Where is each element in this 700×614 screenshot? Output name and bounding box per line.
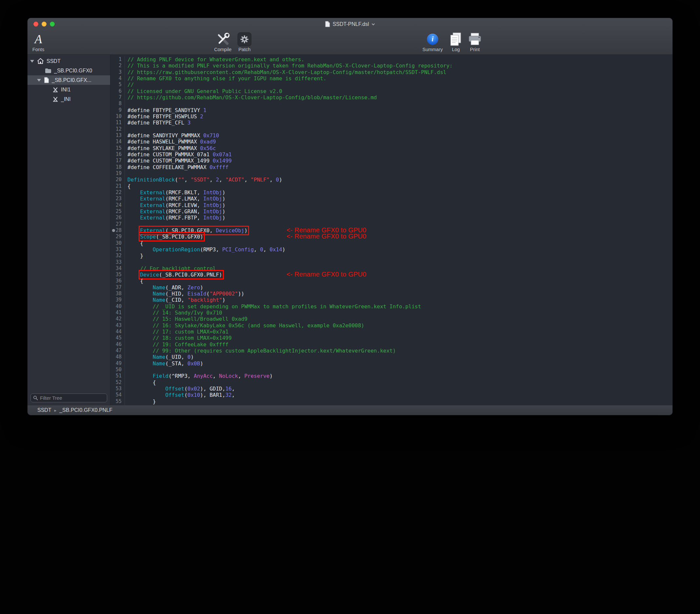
titlebar[interactable]: SSDT-PNLF.dsl — [27, 18, 673, 30]
code-text: Device(_SB.PCI0.GFX0.PNLF) — [125, 272, 222, 278]
code-line[interactable]: 43 // 16: Skylake/KabyLake 0x56c (and so… — [110, 322, 673, 329]
code-line[interactable]: 53 Offset(0x02), GDID,16, — [110, 386, 673, 392]
code-line[interactable]: 56 — [110, 405, 673, 405]
status-path-root[interactable]: SSDT — [37, 407, 51, 413]
code-line[interactable]: 31 OperationRegion(RMP3, PCI_Config, 0, … — [110, 246, 673, 253]
code-editor[interactable]: 1// Adding PNLF device for WhateverGreen… — [110, 55, 673, 405]
minimize-button[interactable] — [42, 22, 47, 26]
code-line[interactable]: 37 Name(_ADR, Zero) — [110, 284, 673, 291]
code-line[interactable]: 2// This is a modified PNLF version orig… — [110, 63, 673, 69]
line-number: 16 — [110, 151, 125, 158]
toolbar-patch-button[interactable]: Patch — [238, 32, 251, 52]
code-line[interactable]: 52 { — [110, 379, 673, 386]
toolbar-print-button[interactable]: Print — [468, 32, 482, 52]
code-line[interactable]: 5// — [110, 82, 673, 88]
code-line[interactable]: 34 // For backlight control — [110, 265, 673, 272]
code-line[interactable]: 42 // 15: Haswell/Broadwell 0xad9 — [110, 316, 673, 322]
code-line[interactable]: 27 — [110, 221, 673, 227]
code-line[interactable]: 46 // 19: CoffeeLake 0xffff — [110, 341, 673, 348]
code-line[interactable]: 7// https://github.com/RehabMan/OS-X-Clo… — [110, 95, 673, 101]
code-line[interactable]: 28 External(_SB.PCI0.GFX0, DeviceObj)<- … — [110, 227, 673, 234]
code-text: External(RMCF.LEVW, IntObj) — [125, 202, 225, 209]
code-line[interactable]: 1// Adding PNLF device for WhateverGreen… — [110, 57, 673, 63]
status-path-leaf[interactable]: _SB.PCI0.GFX0.PNLF — [59, 407, 112, 413]
toolbar-compile-button[interactable]: Compile — [214, 32, 232, 52]
code-line[interactable]: 41 // 14: Sandy/Ivy 0x710 — [110, 310, 673, 316]
code-line[interactable]: 26 External(RMCF.FBTP, IntObj) — [110, 215, 673, 221]
rename-highlight-box: Scope(_SB.PCI0.GFX0) — [140, 234, 203, 240]
code-text: Field(^RMP3, AnyAcc, NoLock, Preserve) — [125, 373, 273, 379]
tree-item-ini[interactable]: _INI — [27, 95, 110, 104]
window-title-group[interactable]: SSDT-PNLF.dsl — [325, 21, 375, 27]
toolbar-fonts-label: Fonts — [33, 47, 44, 52]
code-line[interactable]: 15#define SKYLAKE_PWMMAX 0x56c — [110, 145, 673, 151]
tree-item-ssdt[interactable]: SSDT — [27, 57, 110, 66]
code-line[interactable]: 35 Device(_SB.PCI0.GFX0.PNLF)<- Rename G… — [110, 272, 673, 278]
close-button[interactable] — [34, 22, 38, 26]
code-line[interactable]: 39 Name(_CID, "backlight") — [110, 297, 673, 303]
code-line[interactable]: 12 — [110, 126, 673, 133]
code-line[interactable]: 8 — [110, 101, 673, 107]
tree-item-gfx0-device[interactable]: _SB.PCI0.GFX... — [27, 75, 110, 85]
code-line[interactable]: 45 // 18: custom LMAX=0x1499 — [110, 335, 673, 341]
line-number: 4 — [110, 75, 125, 82]
code-line[interactable]: 11#define FBTYPE_CFL 3 — [110, 120, 673, 126]
line-number: 55 — [110, 398, 125, 405]
toolbar-fonts-button[interactable]: A Fonts — [33, 32, 44, 52]
disclosure-triangle-icon[interactable] — [30, 60, 34, 63]
line-number: 24 — [110, 202, 125, 209]
tree-item-gfx0-scope[interactable]: _SB.PCI0.GFX0 — [27, 66, 110, 75]
code-line[interactable]: 14#define HASWELL_PWMMAX 0xad9 — [110, 139, 673, 145]
code-line[interactable]: 47 // 99: Other (requires custom AppleBa… — [110, 348, 673, 354]
code-text: // 15: Haswell/Broadwell 0xad9 — [125, 316, 247, 322]
window-title: SSDT-PNLF.dsl — [333, 21, 369, 27]
filter-tree-input[interactable] — [30, 393, 107, 402]
tree-item-ini1[interactable]: INI1 — [27, 85, 110, 95]
code-line[interactable]: 16#define CUSTOM_PWMMAX_07a1 0x07a1 — [110, 151, 673, 158]
code-line[interactable]: 24 External(RMCF.LEVW, IntObj) — [110, 202, 673, 209]
code-line[interactable]: 25 External(RMCF.GRAN, IntObj) — [110, 209, 673, 215]
code-line[interactable]: 20DefinitionBlock("", "SSDT", 2, "ACDT",… — [110, 177, 673, 183]
toolbar-log-button[interactable]: Log — [449, 32, 462, 52]
code-line[interactable]: 48 Name(_UID, 0) — [110, 354, 673, 360]
code-line[interactable]: 38 Name(_HID, EisaId("APP0002")) — [110, 291, 673, 297]
code-line[interactable]: 17#define CUSTOM_PWMMAX_1499 0x1499 — [110, 158, 673, 164]
line-number: 30 — [110, 240, 125, 246]
code-line[interactable]: 6// Licensed under GNU General Public Li… — [110, 88, 673, 95]
code-line[interactable]: 29 Scope(_SB.PCI0.GFX0)<- Rename GFX0 to… — [110, 234, 673, 240]
code-line[interactable]: 44 // 17: custom LMAX=0x7a1 — [110, 329, 673, 335]
code-line[interactable]: 30 { — [110, 240, 673, 246]
gutter-marker-dot — [112, 229, 115, 232]
line-number: 31 — [110, 246, 125, 253]
code-line[interactable]: 23 External(RMCF.LMAX, IntObj) — [110, 196, 673, 202]
code-line[interactable]: 19 — [110, 171, 673, 177]
code-text: #define SANDYIVY_PWMMAX 0x710 — [125, 133, 219, 139]
line-number: 46 — [110, 341, 125, 348]
code-line[interactable]: 21{ — [110, 183, 673, 189]
code-line[interactable]: 51 Field(^RMP3, AnyAcc, NoLock, Preserve… — [110, 373, 673, 379]
code-line[interactable]: 33 — [110, 259, 673, 265]
code-line[interactable]: 55 } — [110, 398, 673, 405]
code-line[interactable]: 10#define FBTYPE_HSWPLUS 2 — [110, 113, 673, 120]
toolbar-summary-button[interactable]: i Summary — [422, 32, 443, 52]
code-line[interactable]: 40 // _UID is set depending on PWMMax to… — [110, 303, 673, 310]
code-line[interactable]: 36 { — [110, 278, 673, 284]
document-icon — [325, 21, 330, 27]
code-line[interactable]: 54 Offset(0x10), BAR1,32, — [110, 392, 673, 398]
code-line[interactable]: 22 External(RMCF.BKLT, IntObj) — [110, 189, 673, 196]
code-line[interactable]: 49 Name(_STA, 0x0B) — [110, 360, 673, 367]
zoom-button[interactable] — [50, 22, 55, 26]
code-line[interactable]: 50 — [110, 367, 673, 373]
code-text: // Licensed under GNU General Public Lic… — [125, 88, 282, 95]
disclosure-triangle-icon[interactable] — [37, 79, 41, 82]
code-line[interactable]: 3// https://raw.githubusercontent.com/Re… — [110, 69, 673, 75]
code-text: // 16: Skylake/KabyLake 0x56c (and some … — [125, 322, 364, 329]
line-number: 21 — [110, 183, 125, 189]
code-line[interactable]: 13#define SANDYIVY_PWMMAX 0x710 — [110, 133, 673, 139]
code-text: // Rename GFX0 to anything else if your … — [125, 75, 326, 82]
code-text: External(RMCF.LMAX, IntObj) — [125, 196, 225, 202]
code-line[interactable]: 32 } — [110, 253, 673, 259]
code-line[interactable]: 4// Rename GFX0 to anything else if your… — [110, 75, 673, 82]
code-line[interactable]: 9#define FBTYPE_SANDYIVY 1 — [110, 107, 673, 113]
code-line[interactable]: 18#define COFFEELAKE_PWMMAX 0xffff — [110, 164, 673, 171]
